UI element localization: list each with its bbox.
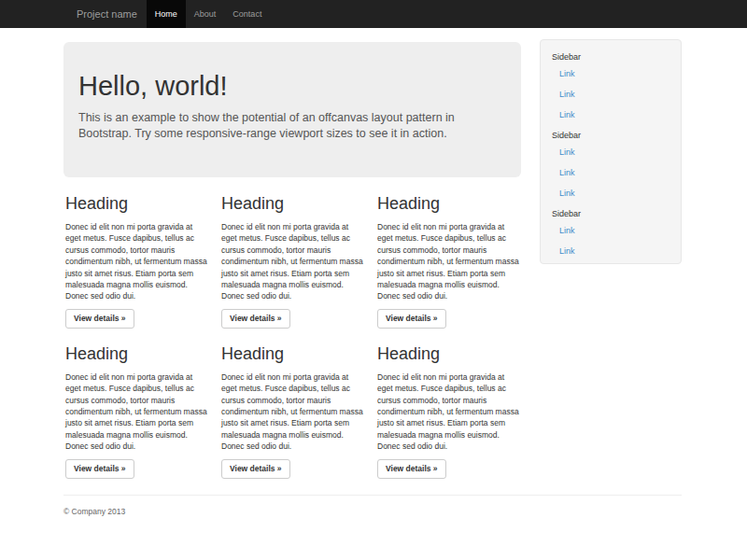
navbar: Project name Home About Contact	[0, 0, 747, 28]
card-heading: Heading	[65, 344, 208, 364]
view-details-button[interactable]: View details »	[377, 309, 446, 329]
content-card: Heading Donec id elit non mi porta gravi…	[221, 344, 377, 479]
sidebar-group-title: Sidebar	[552, 51, 673, 63]
cards-row-2: Heading Donec id elit non mi porta gravi…	[63, 344, 530, 479]
sidebar-group-1: Sidebar Link Link Link	[552, 51, 673, 125]
main-column: Hello, world! This is an example to show…	[63, 39, 530, 479]
view-details-button[interactable]: View details »	[65, 459, 134, 479]
sidebar-link[interactable]: Link	[559, 84, 673, 105]
cards-row-1: Heading Donec id elit non mi porta gravi…	[63, 194, 530, 329]
view-details-button[interactable]: View details »	[377, 459, 446, 479]
sidebar-link[interactable]: Link	[559, 162, 673, 183]
card-heading: Heading	[65, 194, 208, 214]
card-body-text: Donec id elit non mi porta gravida at eg…	[65, 221, 208, 302]
footer: © Company 2013	[63, 495, 682, 516]
sidebar-link[interactable]: Link	[559, 142, 673, 162]
content-card: Heading Donec id elit non mi porta gravi…	[65, 344, 221, 479]
content-card: Heading Donec id elit non mi porta gravi…	[65, 194, 221, 329]
content-row: Hello, world! This is an example to show…	[63, 39, 682, 479]
content-card: Heading Donec id elit non mi porta gravi…	[377, 194, 533, 329]
card-heading: Heading	[221, 344, 364, 364]
jumbotron-description: This is an example to show the potential…	[78, 110, 506, 142]
view-details-button[interactable]: View details »	[65, 309, 134, 329]
sidebar-link[interactable]: Link	[559, 183, 673, 203]
sidebar-link[interactable]: Link	[559, 241, 673, 261]
jumbotron: Hello, world! This is an example to show…	[63, 42, 521, 177]
sidebar-group-title: Sidebar	[552, 130, 673, 141]
sidebar-link[interactable]: Link	[559, 220, 673, 241]
sidebar: Sidebar Link Link Link Sidebar Link Link…	[540, 39, 682, 264]
card-body-text: Donec id elit non mi porta gravida at eg…	[65, 371, 208, 453]
navbar-brand[interactable]: Project name	[77, 0, 137, 28]
card-heading: Heading	[377, 194, 520, 214]
card-body-text: Donec id elit non mi porta gravida at eg…	[377, 221, 520, 302]
nav-item-about[interactable]: About	[186, 0, 225, 28]
view-details-button[interactable]: View details »	[221, 459, 290, 479]
card-heading: Heading	[377, 344, 520, 364]
nav-item-contact[interactable]: Contact	[224, 0, 270, 28]
sidebar-link[interactable]: Link	[559, 105, 673, 125]
copyright-text: © Company 2013	[63, 507, 682, 516]
sidebar-group-2: Sidebar Link Link Link	[552, 130, 673, 203]
card-heading: Heading	[221, 194, 364, 214]
card-body-text: Donec id elit non mi porta gravida at eg…	[221, 221, 364, 302]
footer-divider	[63, 495, 682, 496]
content-card: Heading Donec id elit non mi porta gravi…	[221, 194, 377, 329]
sidebar-group-3: Sidebar Link Link	[552, 208, 673, 261]
card-body-text: Donec id elit non mi porta gravida at eg…	[377, 371, 520, 453]
page-container: Hello, world! This is an example to show…	[63, 39, 682, 516]
sidebar-link[interactable]: Link	[559, 63, 673, 84]
page-title: Hello, world!	[78, 71, 506, 102]
card-body-text: Donec id elit non mi porta gravida at eg…	[221, 371, 364, 453]
sidebar-group-title: Sidebar	[552, 208, 673, 219]
content-card: Heading Donec id elit non mi porta gravi…	[377, 344, 533, 479]
nav-item-home[interactable]: Home	[147, 0, 186, 28]
view-details-button[interactable]: View details »	[221, 309, 290, 329]
